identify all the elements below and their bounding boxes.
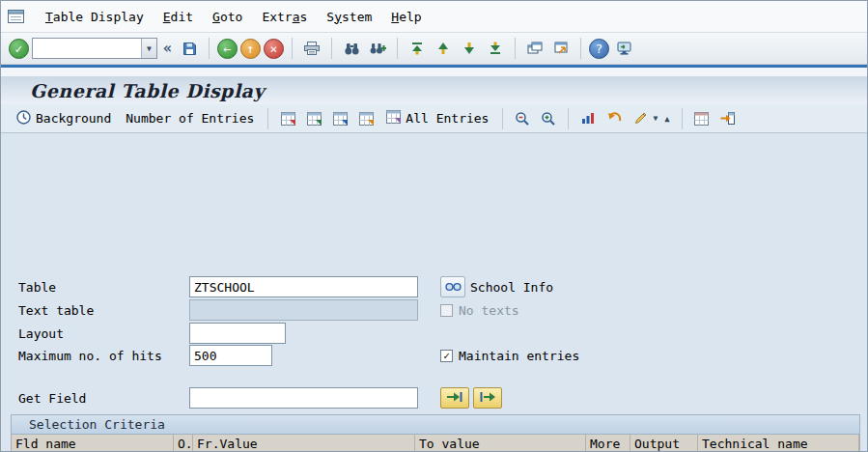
no-texts-checkbox [440,304,453,317]
menu-edit[interactable]: Edit [154,7,203,27]
maintain-entries-checkbox[interactable]: ✓ [440,350,453,362]
collapse-icon[interactable]: ▲ [660,114,673,124]
menu-system[interactable]: System [317,7,381,27]
layout-label: Layout [18,323,64,344]
table-top-icon[interactable] [354,107,378,130]
toolbar-separator [568,108,569,129]
toolbar-separator [331,38,332,59]
toolbar-separator [502,108,503,129]
zoom-out-icon[interactable] [511,107,534,130]
help-icon[interactable]: ? [589,39,609,59]
col-output: Output [630,435,698,452]
table-delete-icon[interactable] [328,107,351,130]
toolbar-separator [580,38,581,59]
gap-strip [1,68,867,76]
collapse-command-icon[interactable]: « [160,40,175,57]
new-session-icon[interactable] [523,37,546,60]
table-select-icon[interactable] [276,107,299,130]
page-title: General Table Display [30,80,265,101]
table-label: Table [18,276,56,297]
toolbar-separator [292,38,293,59]
title-bar: General Table Display [1,76,867,104]
check-icon: ✓ [15,42,23,55]
exit-icon[interactable]: ↑ [240,39,261,59]
cancel-icon[interactable]: × [264,39,284,59]
selection-criteria-table: Fld name O. Fr.Value To value More Outpu… [11,435,860,452]
col-from-value: Fr.Value [193,435,415,452]
menu-extras[interactable]: Extras [252,7,317,27]
toolbar-separator [209,38,210,59]
table-input[interactable] [189,276,418,297]
get-field-input[interactable] [189,387,418,409]
field-import-button[interactable] [440,387,469,409]
text-table-input [189,299,418,321]
find-next-icon[interactable] [366,37,389,60]
col-option: O. [174,435,193,452]
chevron-down-icon[interactable]: ▼ [141,39,156,58]
main-content: Table School Info Text table No texts La… [1,133,867,451]
max-hits-input[interactable] [189,345,272,366]
selection-criteria-header: Selection Criteria [11,414,860,435]
last-page-icon[interactable] [484,37,507,60]
arrow-into-bar-icon [447,391,462,406]
layout-input[interactable] [189,323,286,344]
edit-pencil-icon[interactable] [629,107,652,130]
shortcut-icon[interactable] [549,37,573,60]
find-icon[interactable] [340,37,363,60]
school-info-button[interactable] [440,276,465,297]
toolbar-separator [682,108,683,129]
command-input[interactable] [33,39,141,58]
text-table-label: Text table [18,299,94,321]
save-icon[interactable] [178,37,201,60]
number-of-entries-button[interactable]: Number of Entries [120,109,260,127]
no-texts-checkbox-row: No texts [440,303,519,318]
page-down-icon[interactable] [458,37,481,60]
toolbar-separator [515,38,516,59]
system-menu-icon[interactable] [8,10,24,23]
table-insert-icon[interactable] [302,107,325,130]
maintain-entries-checkbox-row: ✓ Maintain entries [440,349,579,363]
col-more: More [586,435,630,452]
display-glasses-icon [445,280,462,295]
zoom-in-icon[interactable] [537,107,560,130]
menu-table-display[interactable]: Table Display [36,7,154,27]
enter-button[interactable]: ✓ [9,39,29,59]
sort-ascending-icon[interactable] [576,107,600,130]
gui-settings-icon[interactable] [612,37,635,60]
menu-help[interactable]: Help [381,7,431,27]
print-icon[interactable] [300,37,323,60]
edit-dropdown-icon[interactable]: ▼ [653,114,658,123]
menu-goto[interactable]: Goto [203,7,252,27]
application-toolbar: Background Number of Entries All Entries [1,104,867,133]
exit-selection-icon[interactable] [716,107,740,130]
col-to-value: To value [415,435,586,452]
table-all-icon [386,110,401,127]
page-up-icon[interactable] [432,37,455,60]
get-field-label: Get Field [18,387,86,409]
toolbar-separator [397,38,398,59]
no-texts-label: No texts [459,303,519,318]
col-fld-name: Fld name [12,435,174,452]
layout-settings-icon[interactable] [690,107,714,130]
table-header-row: Fld name O. Fr.Value To value More Outpu… [12,435,859,452]
max-hits-label: Maximum no. of hits [18,345,162,366]
school-info-label: School Info [470,276,553,297]
menu-bar: Table Display Edit Goto Extras System He… [1,1,867,33]
toolbar-separator [267,108,268,129]
maintain-entries-label: Maintain entries [459,349,579,363]
background-button[interactable]: Background [11,108,117,129]
clock-icon [16,110,31,127]
field-export-button[interactable] [473,387,502,409]
command-field[interactable]: ▼ [32,38,157,59]
col-technical-name: Technical name [698,435,859,452]
undo-icon[interactable] [602,107,626,130]
sap-gui-window: Table Display Edit Goto Extras System He… [0,0,868,452]
all-entries-button[interactable]: All Entries [380,108,494,128]
arrow-out-of-bar-icon [480,391,495,406]
system-toolbar: ✓ ▼ « ← ↑ × [1,33,867,65]
first-page-icon[interactable] [406,37,429,60]
back-icon[interactable]: ← [217,39,238,59]
